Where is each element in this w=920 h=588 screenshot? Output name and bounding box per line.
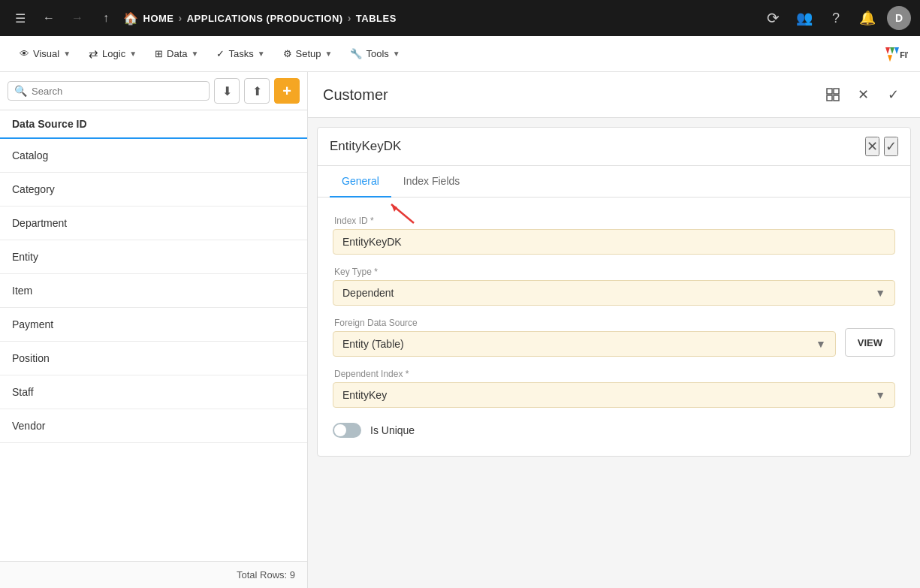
- key-type-select[interactable]: Dependent ▼: [333, 280, 895, 306]
- add-button[interactable]: +: [274, 78, 300, 104]
- index-id-input[interactable]: [342, 236, 885, 248]
- search-refresh-icon-btn[interactable]: ⟳: [761, 6, 785, 30]
- view-button-label: VIEW: [858, 337, 882, 348]
- dependent-index-field: Dependent Index * EntityKey ▼: [333, 369, 895, 408]
- sidebar-item-label: Category: [12, 183, 55, 195]
- sidebar-item-label: Staff: [12, 386, 34, 398]
- logic-icon: ⇄: [89, 47, 98, 61]
- nav-visual[interactable]: 👁 Visual ▼: [12, 44, 78, 64]
- foreign-data-source-label: Foreign Data Source: [333, 318, 836, 328]
- sub-panel-confirm-button[interactable]: ✓: [884, 137, 898, 156]
- key-type-caret: ▼: [875, 287, 885, 299]
- nav-tasks[interactable]: ✓ Tasks ▼: [209, 44, 272, 64]
- search-input[interactable]: [32, 86, 203, 97]
- key-type-label: Key Type *: [333, 267, 895, 277]
- dependent-index-value: EntityKey: [342, 389, 387, 401]
- tasks-caret: ▼: [258, 50, 265, 58]
- breadcrumb-sep1: ›: [179, 12, 182, 24]
- sidebar-item-label: Payment: [12, 318, 53, 330]
- forward-button[interactable]: →: [66, 7, 89, 29]
- foreign-data-source-caret: ▼: [816, 338, 826, 350]
- is-unique-row: Is Unique: [333, 423, 895, 438]
- top-navbar: ☰ ← → ↑ 🏠 HOME › APPLICATIONS (PRODUCTIO…: [0, 0, 920, 36]
- sidebar-header: Data Source ID: [0, 110, 307, 139]
- avatar[interactable]: D: [887, 6, 911, 30]
- sidebar-item-label: Department: [12, 217, 67, 229]
- sub-panel-header-icons: ✕ ✓: [865, 137, 898, 156]
- sidebar-item-label: Entity: [12, 251, 38, 263]
- nav-setup-label: Setup: [296, 48, 321, 59]
- users-icon-btn[interactable]: 👥: [792, 6, 816, 30]
- breadcrumb-applications[interactable]: APPLICATIONS (PRODUCTION): [187, 13, 343, 24]
- panel-title: Customer: [323, 86, 388, 104]
- view-button[interactable]: VIEW: [845, 328, 895, 357]
- dependent-index-label: Dependent Index *: [333, 369, 895, 379]
- sidebar-item-label: Vendor: [12, 420, 45, 432]
- panel-close-button[interactable]: ✕: [851, 83, 875, 107]
- tab-general[interactable]: General: [330, 166, 391, 198]
- help-icon-btn[interactable]: ?: [824, 6, 848, 30]
- foreign-data-source-value: Entity (Table): [342, 338, 404, 350]
- import-button[interactable]: ⬇: [214, 78, 240, 104]
- panel-confirm-button[interactable]: ✓: [881, 83, 905, 107]
- sub-panel-title: EntityKeyDK: [330, 139, 401, 154]
- foreign-data-source-select[interactable]: Entity (Table) ▼: [333, 331, 836, 357]
- sidebar: 🔍 ⬇ ⬆ + Data Source ID Catalog Category: [0, 72, 308, 588]
- panel-header-icons: ✕ ✓: [821, 83, 905, 107]
- nav-logic[interactable]: ⇄ Logic ▼: [81, 43, 144, 65]
- confirm-icon: ✓: [888, 86, 899, 103]
- nav-tools-label: Tools: [366, 48, 388, 59]
- sidebar-item-entity[interactable]: Entity: [0, 240, 307, 274]
- breadcrumb-home[interactable]: HOME: [143, 13, 174, 24]
- sidebar-item-catalog[interactable]: Catalog: [0, 139, 307, 173]
- tab-index-fields-label: Index Fields: [403, 175, 460, 187]
- tab-bar: General Index Fields: [318, 166, 910, 198]
- nav-logic-label: Logic: [102, 48, 125, 59]
- dependent-index-select[interactable]: EntityKey ▼: [333, 382, 895, 408]
- total-rows-label: Total Rows: 9: [237, 569, 295, 580]
- tools-caret: ▼: [393, 50, 400, 58]
- is-unique-toggle[interactable]: [333, 423, 361, 438]
- sub-panel-close-button[interactable]: ✕: [865, 137, 879, 156]
- logic-caret: ▼: [129, 50, 137, 58]
- svg-marker-0: [885, 47, 890, 54]
- export-button[interactable]: ⬆: [244, 78, 270, 104]
- right-panel: Customer ✕ ✓: [308, 72, 920, 588]
- grid-view-button[interactable]: [821, 83, 845, 107]
- sidebar-toolbar: 🔍 ⬇ ⬆ +: [0, 72, 307, 110]
- sidebar-item-item[interactable]: Item: [0, 274, 307, 308]
- close-icon: ✕: [858, 86, 869, 103]
- nav-setup[interactable]: ⚙ Setup ▼: [276, 44, 340, 64]
- back-button[interactable]: ←: [38, 7, 60, 29]
- nav-visual-label: Visual: [33, 48, 59, 59]
- nav-data[interactable]: ⊞ Data ▼: [147, 44, 206, 64]
- eye-icon: 👁: [20, 48, 29, 59]
- sidebar-item-position[interactable]: Position: [0, 342, 307, 375]
- five-logo-svg: FIVE: [881, 44, 908, 65]
- index-id-label: Index ID *: [333, 216, 895, 226]
- is-unique-label: Is Unique: [370, 424, 415, 436]
- up-button[interactable]: ↑: [95, 7, 117, 29]
- sidebar-item-vendor[interactable]: Vendor: [0, 409, 307, 443]
- five-logo: FIVE: [881, 44, 908, 65]
- foreign-data-source-row: Foreign Data Source Entity (Table) ▼ VIE…: [333, 318, 895, 357]
- sidebar-item-staff[interactable]: Staff: [0, 375, 307, 409]
- sidebar-item-category[interactable]: Category: [0, 173, 307, 207]
- key-type-field: Key Type * Dependent ▼: [333, 267, 895, 306]
- tab-general-label: General: [342, 175, 379, 187]
- data-icon: ⊞: [155, 48, 163, 59]
- sub-panel-header: EntityKeyDK ✕ ✓: [318, 128, 910, 166]
- bell-icon-btn[interactable]: 🔔: [855, 6, 879, 30]
- form-area: Index ID * Key Type * Dependent ▼: [318, 198, 910, 456]
- menu-button[interactable]: ☰: [9, 7, 32, 29]
- sidebar-item-label: Item: [12, 285, 32, 297]
- home-icon: 🏠: [123, 11, 139, 26]
- data-caret: ▼: [192, 50, 199, 58]
- tab-index-fields[interactable]: Index Fields: [391, 166, 472, 198]
- top-nav-right-icons: ⟳ 👥 ? 🔔 D: [761, 6, 911, 30]
- sidebar-item-payment[interactable]: Payment: [0, 308, 307, 342]
- foreign-data-source-field: Foreign Data Source Entity (Table) ▼: [333, 318, 836, 357]
- breadcrumb-tables[interactable]: TABLES: [356, 13, 397, 24]
- nav-tools[interactable]: 🔧 Tools ▼: [342, 44, 407, 64]
- sidebar-item-department[interactable]: Department: [0, 207, 307, 240]
